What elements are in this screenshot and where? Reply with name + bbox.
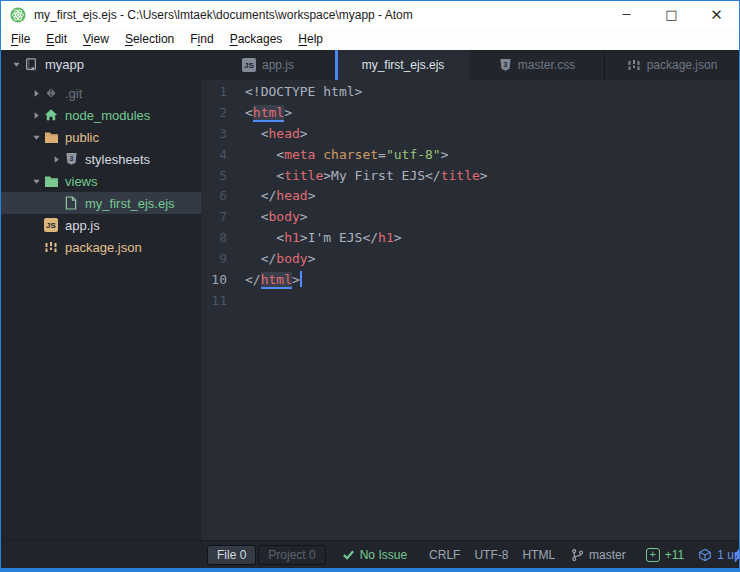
- tree-item-label: package.json: [65, 240, 142, 255]
- chevron-down-icon[interactable]: [32, 177, 41, 186]
- tree-item-label: my_first_ejs.ejs: [85, 196, 175, 211]
- package-icon: [698, 548, 712, 562]
- code-line[interactable]: 6 </head>: [201, 186, 739, 207]
- file-issues-button[interactable]: File 0: [207, 545, 256, 565]
- tree-item-package.json[interactable]: package.json: [1, 236, 201, 258]
- code-line[interactable]: 9 </body>: [201, 249, 739, 270]
- js-icon: JS: [44, 218, 58, 232]
- tree-item-my_first_ejs.ejs[interactable]: my_first_ejs.ejs: [1, 192, 201, 214]
- close-button[interactable]: ✕: [694, 1, 739, 28]
- maximize-button[interactable]: □: [649, 1, 694, 28]
- line-number: 11: [201, 291, 239, 312]
- tab-app.js[interactable]: JSapp.js: [201, 50, 336, 80]
- diff-added-icon: +: [646, 548, 660, 562]
- menu-packages[interactable]: Packages: [222, 32, 291, 46]
- atom-logo-icon: [10, 7, 26, 23]
- tree-item-label: public: [65, 130, 99, 145]
- home-icon: [44, 108, 58, 122]
- tree-item-myapp[interactable]: myapp: [1, 53, 201, 75]
- menu-find[interactable]: Find: [182, 32, 221, 46]
- git-diff-status[interactable]: + +11: [646, 548, 684, 562]
- menu-help[interactable]: Help: [290, 32, 331, 46]
- line-number: 5: [201, 166, 239, 187]
- icon-slot: [63, 196, 79, 210]
- linter-status[interactable]: No Issue: [342, 548, 407, 562]
- tab-my_first_ejs.ejs[interactable]: my_first_ejs.ejs: [336, 50, 470, 80]
- tab-label: app.js: [262, 58, 294, 72]
- no-issue-label: No Issue: [360, 548, 407, 562]
- npm-icon: [44, 240, 58, 254]
- window-title: my_first_ejs.ejs - C:\Users\lmtaek\docum…: [34, 8, 413, 22]
- code-line[interactable]: 10</html>: [201, 270, 739, 291]
- line-number: 10: [201, 270, 239, 291]
- folder-green-icon: [44, 175, 59, 188]
- js-gray-icon: JS: [242, 58, 256, 72]
- code-text: <body>: [239, 207, 308, 228]
- check-icon: [342, 548, 355, 561]
- code-line[interactable]: 8 <h1>I'm EJS</h1>: [201, 228, 739, 249]
- icon-slot: [43, 131, 59, 144]
- grammar-selector[interactable]: HTML: [522, 548, 555, 562]
- chevron-right-icon[interactable]: [32, 89, 41, 98]
- encoding-selector[interactable]: UTF-8: [474, 548, 508, 562]
- deprecation-bolt-icon[interactable]: [733, 548, 739, 562]
- diff-count-label: +11: [665, 548, 684, 562]
- code-line[interactable]: 2<html>: [201, 103, 739, 124]
- folder-orange-icon: [44, 131, 59, 144]
- text-cursor: [300, 271, 302, 287]
- git-icon: [44, 86, 58, 100]
- tree-item-views[interactable]: views: [1, 170, 201, 192]
- project-issues-button[interactable]: Project 0: [258, 545, 325, 565]
- chevron-right-icon[interactable]: [32, 111, 41, 120]
- tree-item-stylesheets[interactable]: 3stylesheets: [1, 148, 201, 170]
- atom-window: my_first_ejs.ejs - C:\Users\lmtaek\docum…: [0, 0, 740, 572]
- code-line[interactable]: 7 <body>: [201, 207, 739, 228]
- line-number: 6: [201, 186, 239, 207]
- chevron-down-icon[interactable]: [12, 60, 21, 69]
- icon-slot: [23, 57, 39, 72]
- chevron-down-icon[interactable]: [32, 133, 41, 142]
- repo-icon: [24, 57, 38, 72]
- tab-master.css[interactable]: 3master.css: [470, 50, 605, 80]
- code-text: </html>: [239, 270, 302, 291]
- chevron-slot: [29, 133, 43, 142]
- tree-item-label: node_modules: [65, 108, 150, 123]
- chevron-slot: [29, 111, 43, 120]
- tab-label: package.json: [647, 58, 718, 72]
- tree-item-node_modules[interactable]: node_modules: [1, 104, 201, 126]
- tree-item-label: myapp: [45, 57, 84, 72]
- code-line[interactable]: 4 <meta charset="utf-8">: [201, 145, 739, 166]
- line-number: 7: [201, 207, 239, 228]
- chevron-slot: [29, 177, 43, 186]
- menu-edit[interactable]: Edit: [38, 32, 75, 46]
- tree-item-label: .git: [65, 86, 82, 101]
- code-line[interactable]: 5 <title>My First EJS</title>: [201, 166, 739, 187]
- code-text: [239, 291, 245, 312]
- icon-slot: [43, 86, 59, 100]
- branch-label: master: [589, 548, 626, 562]
- chevron-right-icon[interactable]: [52, 155, 61, 164]
- css-icon: 3: [65, 152, 78, 166]
- code-text: <title>My First EJS</title>: [239, 166, 488, 187]
- menu-view[interactable]: View: [75, 32, 117, 46]
- title-bar: my_first_ejs.ejs - C:\Users\lmtaek\docum…: [1, 1, 739, 28]
- tab-package.json[interactable]: package.json: [605, 50, 739, 80]
- active-tab-indicator: [335, 50, 338, 80]
- minimize-button[interactable]: ─: [604, 1, 649, 28]
- tree-item-app.js[interactable]: JSapp.js: [1, 214, 201, 236]
- line-ending-selector[interactable]: CRLF: [429, 548, 460, 562]
- editor[interactable]: 1<!DOCTYPE html>2<html>3 <head>4 <meta c…: [201, 80, 739, 540]
- line-number: 4: [201, 145, 239, 166]
- code-line[interactable]: 1<!DOCTYPE html>: [201, 82, 739, 103]
- tree-item-label: views: [65, 174, 98, 189]
- menu-file[interactable]: File: [3, 32, 38, 46]
- menu-selection[interactable]: Selection: [117, 32, 182, 46]
- code-line[interactable]: 3 <head>: [201, 124, 739, 145]
- git-branch-status[interactable]: master: [571, 548, 626, 562]
- code-text: </body>: [239, 249, 315, 270]
- tree-item-.git[interactable]: .git: [1, 82, 201, 104]
- tree-item-public[interactable]: public: [1, 126, 201, 148]
- line-number: 9: [201, 249, 239, 270]
- line-number: 8: [201, 228, 239, 249]
- code-line[interactable]: 11: [201, 291, 739, 312]
